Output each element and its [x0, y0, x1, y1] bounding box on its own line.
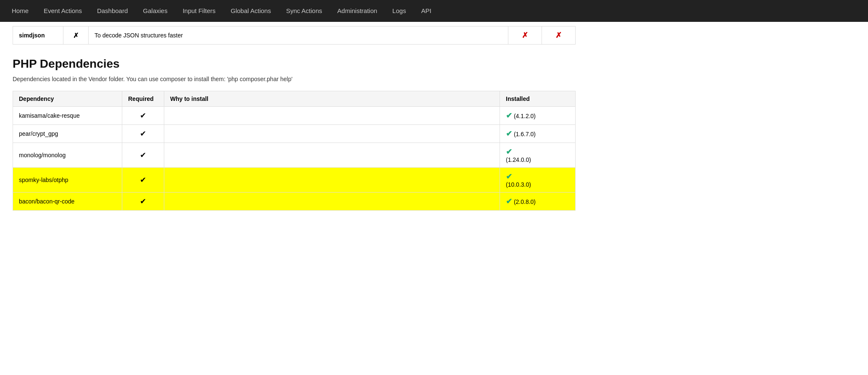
dep-required: ✔: [122, 143, 164, 168]
dep-name: spomky-labs/otphp: [13, 168, 122, 193]
nav-galaxies[interactable]: Galaxies: [135, 0, 175, 22]
dep-why: [164, 193, 500, 211]
dep-why: [164, 107, 500, 125]
installed-version: (1.24.0.0): [506, 156, 531, 163]
installed-version: (4.1.2.0): [514, 113, 536, 119]
installed-check-icon: ✔: [506, 172, 512, 181]
simdjson-optional: ✗: [63, 26, 89, 45]
php-deps-table: Dependency Required Why to install Insta…: [13, 91, 576, 211]
col-header-required: Required: [122, 91, 164, 107]
dep-name: monolog/monolog: [13, 143, 122, 168]
nav-global-actions[interactable]: Global Actions: [223, 0, 279, 22]
table-row: kamisama/cake-resque✔✔ (4.1.2.0): [13, 107, 576, 125]
dep-installed: ✔ (4.1.2.0): [500, 107, 576, 125]
installed-version: (10.0.3.0): [506, 181, 531, 188]
table-header-row: Dependency Required Why to install Insta…: [13, 91, 576, 107]
installed-version: (2.0.8.0): [514, 198, 536, 205]
dep-why: [164, 143, 500, 168]
dep-required: ✔: [122, 168, 164, 193]
dep-name: kamisama/cake-resque: [13, 107, 122, 125]
top-table: simdjson ✗ To decode JSON structures fas…: [13, 26, 576, 45]
installed-check-icon: ✔: [506, 129, 512, 138]
checkmark-icon: ✔: [140, 176, 146, 184]
simdjson-installed-1: ✗: [508, 26, 542, 45]
dep-why: [164, 125, 500, 143]
nav-sync-actions[interactable]: Sync Actions: [279, 0, 330, 22]
simdjson-row: simdjson ✗ To decode JSON structures fas…: [13, 26, 576, 45]
simdjson-description: To decode JSON structures faster: [89, 26, 508, 45]
dep-name: pear/crypt_gpg: [13, 125, 122, 143]
checkmark-icon: ✔: [140, 111, 146, 120]
nav-home[interactable]: Home: [4, 0, 36, 22]
simdjson-name: simdjson: [13, 26, 63, 45]
nav-event-actions[interactable]: Event Actions: [36, 0, 89, 22]
col-header-installed: Installed: [500, 91, 576, 107]
dep-installed: ✔(10.0.3.0): [500, 168, 576, 193]
table-row: pear/crypt_gpg✔✔ (1.6.7.0): [13, 125, 576, 143]
col-header-why: Why to install: [164, 91, 500, 107]
col-header-dependency: Dependency: [13, 91, 122, 107]
installed-version: (1.6.7.0): [514, 131, 536, 137]
php-deps-description: Dependencies located in the Vendor folde…: [13, 76, 576, 82]
nav-input-filters[interactable]: Input Filters: [175, 0, 223, 22]
dep-installed: ✔ (1.6.7.0): [500, 125, 576, 143]
dep-required: ✔: [122, 125, 164, 143]
table-row: spomky-labs/otphp✔✔(10.0.3.0): [13, 168, 576, 193]
dep-installed: ✔(1.24.0.0): [500, 143, 576, 168]
installed-check-icon: ✔: [506, 197, 512, 206]
dep-why: [164, 168, 500, 193]
nav-logs[interactable]: Logs: [385, 0, 414, 22]
table-row: monolog/monolog✔✔(1.24.0.0): [13, 143, 576, 168]
table-row: bacon/bacon-qr-code✔✔ (2.0.8.0): [13, 193, 576, 211]
nav-administration[interactable]: Administration: [330, 0, 385, 22]
installed-check-icon: ✔: [506, 111, 512, 120]
simdjson-installed-2: ✗: [542, 26, 576, 45]
checkmark-icon: ✔: [140, 151, 146, 159]
dep-required: ✔: [122, 193, 164, 211]
dep-installed: ✔ (2.0.8.0): [500, 193, 576, 211]
main-nav: Home Event Actions Dashboard Galaxies In…: [0, 0, 868, 22]
nav-dashboard[interactable]: Dashboard: [89, 0, 135, 22]
php-deps-title: PHP Dependencies: [13, 57, 576, 71]
checkmark-icon: ✔: [140, 129, 146, 138]
installed-check-icon: ✔: [506, 148, 512, 156]
checkmark-icon: ✔: [140, 197, 146, 206]
nav-api[interactable]: API: [413, 0, 439, 22]
dep-required: ✔: [122, 107, 164, 125]
dep-name: bacon/bacon-qr-code: [13, 193, 122, 211]
